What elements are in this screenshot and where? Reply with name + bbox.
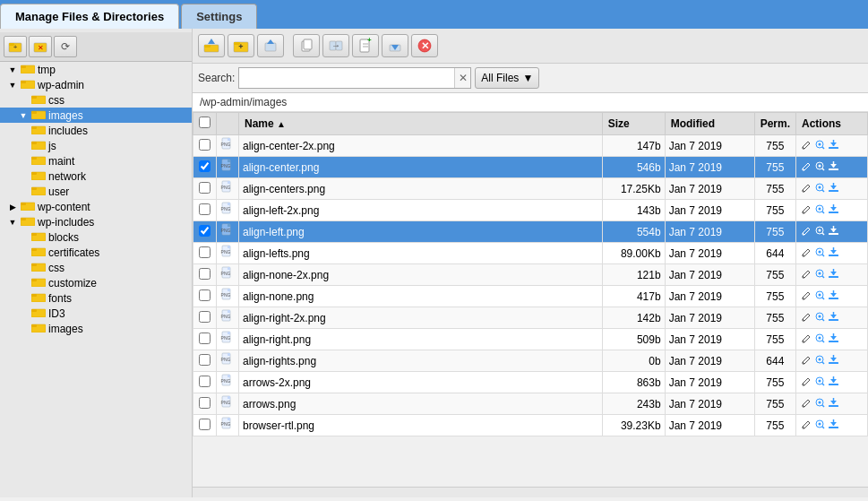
tree-item-certificates[interactable]: certificates <box>0 245 192 260</box>
tab-settings[interactable]: Settings <box>181 4 257 29</box>
tree-item-wp-includes[interactable]: ▼wp-includes <box>0 214 192 229</box>
file-filter-dropdown[interactable]: All Files ▼ <box>475 67 539 89</box>
edit-btn[interactable] <box>801 376 812 390</box>
sidebar-new-folder-btn[interactable]: + <box>4 36 27 57</box>
row-checkbox[interactable] <box>199 289 211 301</box>
file-name[interactable]: align-none.png <box>239 286 603 307</box>
view-btn[interactable] <box>814 225 826 239</box>
view-btn[interactable] <box>814 333 826 347</box>
tree-item-id3[interactable]: ID3 <box>0 306 192 321</box>
th-modified[interactable]: Modified <box>665 113 754 135</box>
tree-item-css[interactable]: css <box>0 260 192 275</box>
view-btn[interactable] <box>814 160 826 175</box>
row-checkbox[interactable] <box>199 376 211 387</box>
row-checkbox[interactable] <box>199 268 211 280</box>
row-download-btn[interactable] <box>828 419 839 433</box>
edit-btn[interactable] <box>801 182 812 196</box>
select-all-checkbox[interactable] <box>199 117 211 128</box>
row-download-btn[interactable] <box>828 333 839 347</box>
th-perm[interactable]: Perm. <box>754 113 795 135</box>
new-file-btn[interactable]: + <box>352 34 379 57</box>
search-clear-btn[interactable]: ✕ <box>454 68 470 88</box>
row-checkbox[interactable] <box>199 160 211 172</box>
row-checkbox[interactable] <box>199 311 211 323</box>
tree-item-customize[interactable]: customize <box>0 275 192 290</box>
row-download-btn[interactable] <box>828 246 839 261</box>
horizontal-scrollbar[interactable] <box>193 487 868 497</box>
tab-manage[interactable]: Manage Files & Directories <box>0 4 179 29</box>
tree-item-network[interactable]: network <box>0 168 192 184</box>
upload-btn[interactable] <box>257 34 284 57</box>
view-btn[interactable] <box>814 139 826 153</box>
view-btn[interactable] <box>814 268 826 282</box>
tree-item-user[interactable]: user <box>0 184 192 199</box>
view-btn[interactable] <box>814 397 826 411</box>
edit-btn[interactable] <box>801 225 812 239</box>
tree-item-wp-admin[interactable]: ▼wp-admin <box>0 77 192 92</box>
up-dir-btn[interactable] <box>198 34 225 57</box>
move-btn[interactable]: → <box>322 34 349 57</box>
row-download-btn[interactable] <box>828 268 839 282</box>
view-btn[interactable] <box>814 289 826 304</box>
file-name[interactable]: arrows.png <box>239 393 603 415</box>
file-name[interactable]: align-lefts.png <box>239 243 603 264</box>
row-checkbox[interactable] <box>199 397 211 409</box>
file-name[interactable]: align-left-2x.png <box>239 200 603 221</box>
row-download-btn[interactable] <box>828 203 839 218</box>
view-btn[interactable] <box>814 354 826 368</box>
view-btn[interactable] <box>814 203 826 218</box>
file-name[interactable]: arrows-2x.png <box>239 372 603 393</box>
tree-item-css[interactable]: css <box>0 92 192 108</box>
row-download-btn[interactable] <box>828 139 839 153</box>
view-btn[interactable] <box>814 182 826 196</box>
row-checkbox[interactable] <box>199 419 211 430</box>
row-download-btn[interactable] <box>828 182 839 196</box>
tree-item-images[interactable]: images <box>0 321 192 336</box>
file-name[interactable]: align-center.png <box>239 157 603 178</box>
sidebar-delete-btn[interactable]: ✕ <box>29 36 52 57</box>
copy-btn[interactable] <box>293 34 320 57</box>
edit-btn[interactable] <box>801 311 812 325</box>
edit-btn[interactable] <box>801 289 812 304</box>
row-download-btn[interactable] <box>828 289 839 304</box>
row-download-btn[interactable] <box>828 354 839 368</box>
delete-btn[interactable]: ✕ <box>411 34 438 57</box>
row-checkbox[interactable] <box>199 333 211 344</box>
view-btn[interactable] <box>814 376 826 390</box>
edit-btn[interactable] <box>801 397 812 411</box>
edit-btn[interactable] <box>801 246 812 261</box>
row-checkbox[interactable] <box>199 354 211 366</box>
file-name[interactable]: align-left.png <box>239 221 603 243</box>
file-name[interactable]: align-centers.png <box>239 178 603 200</box>
file-name[interactable]: align-none-2x.png <box>239 264 603 286</box>
tree-item-wp-content[interactable]: ▶wp-content <box>0 199 192 214</box>
row-checkbox[interactable] <box>199 203 211 215</box>
edit-btn[interactable] <box>801 160 812 175</box>
view-btn[interactable] <box>814 246 826 261</box>
edit-btn[interactable] <box>801 333 812 347</box>
row-download-btn[interactable] <box>828 160 839 175</box>
row-download-btn[interactable] <box>828 397 839 411</box>
file-name[interactable]: align-right-2x.png <box>239 307 603 329</box>
edit-btn[interactable] <box>801 203 812 218</box>
sidebar-refresh-btn[interactable]: ⟳ <box>54 36 77 57</box>
tree-item-images[interactable]: ▼images <box>0 108 192 123</box>
row-checkbox[interactable] <box>199 225 211 237</box>
th-size[interactable]: Size <box>602 113 665 135</box>
tree-item-js[interactable]: js <box>0 138 192 153</box>
row-download-btn[interactable] <box>828 225 839 239</box>
edit-btn[interactable] <box>801 354 812 368</box>
row-checkbox[interactable] <box>199 139 211 151</box>
edit-btn[interactable] <box>801 419 812 433</box>
tree-item-blocks[interactable]: blocks <box>0 229 192 245</box>
file-name[interactable]: align-rights.png <box>239 350 603 372</box>
tree-item-tmp[interactable]: ▼tmp <box>0 62 192 77</box>
tree-item-fonts[interactable]: fonts <box>0 290 192 306</box>
view-btn[interactable] <box>814 419 826 433</box>
row-checkbox[interactable] <box>199 182 211 194</box>
th-name[interactable]: Name ▲ <box>239 113 603 135</box>
download-btn[interactable] <box>382 34 408 57</box>
file-name[interactable]: align-right.png <box>239 329 603 350</box>
tree-item-includes[interactable]: includes <box>0 123 192 138</box>
view-btn[interactable] <box>814 311 826 325</box>
